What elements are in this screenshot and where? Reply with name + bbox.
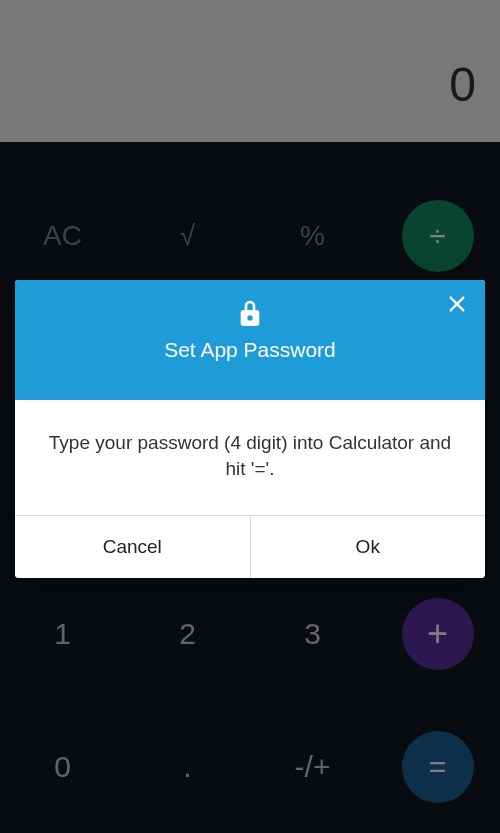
lock-icon xyxy=(234,298,266,330)
cancel-button[interactable]: Cancel xyxy=(15,516,250,578)
ok-button[interactable]: Ok xyxy=(250,516,486,578)
close-icon xyxy=(446,293,468,319)
calculator-screen: 0 AC √ % ÷ 1 2 3 + 0 . -/+ = Set A xyxy=(0,0,500,833)
ok-label: Ok xyxy=(356,536,380,557)
dialog-body: Type your password (4 digit) into Calcul… xyxy=(15,400,485,515)
dialog-actions: Cancel Ok xyxy=(15,515,485,578)
dialog-header: Set App Password xyxy=(15,280,485,400)
close-button[interactable] xyxy=(443,292,471,320)
dialog-header-content: Set App Password xyxy=(15,280,485,362)
password-dialog: Set App Password Type your password (4 d… xyxy=(15,280,485,578)
dialog-title: Set App Password xyxy=(164,338,336,362)
cancel-label: Cancel xyxy=(103,536,162,557)
